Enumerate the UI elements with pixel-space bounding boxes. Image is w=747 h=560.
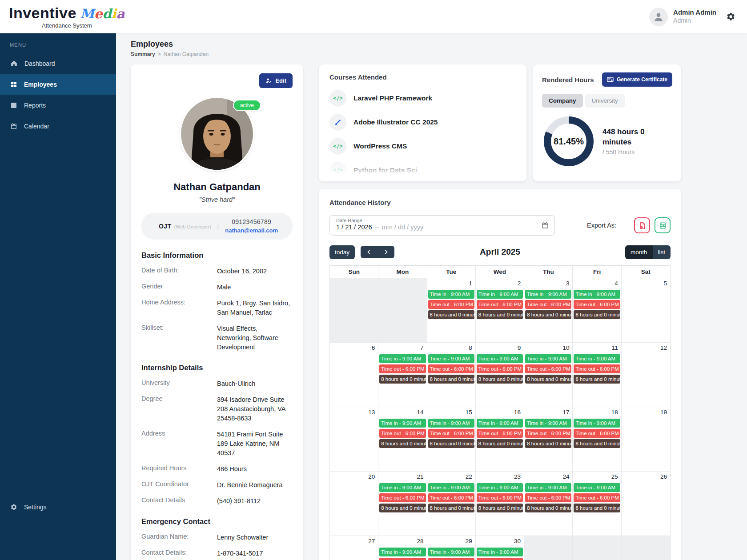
calendar-event[interactable]: Time out - 6:00 PM — [477, 493, 523, 502]
calendar-event[interactable]: Time in - 9:00 AM — [477, 419, 523, 428]
calendar-day-cell[interactable]: 5 — [622, 278, 670, 342]
calendar-event[interactable]: Time in - 9:00 AM — [428, 548, 474, 556]
calendar-event[interactable]: Time in - 9:00 AM — [525, 290, 571, 299]
tab-university[interactable]: University — [585, 94, 625, 108]
calendar-event[interactable]: Time out - 6:00 PM — [428, 493, 474, 502]
calendar-event[interactable]: Time out - 6:00 PM — [525, 364, 571, 373]
sidebar-item-employees[interactable]: Employees — [0, 74, 116, 95]
email-link[interactable]: nathan@email.com — [225, 227, 278, 235]
calendar-day-cell[interactable]: 10Time in - 9:00 AMTime out - 6:00 PM8 h… — [524, 342, 573, 407]
calendar-day-cell[interactable]: 18Time in - 9:00 AMTime out - 6:00 PM8 h… — [573, 407, 621, 471]
next-month-button[interactable] — [378, 246, 394, 258]
calendar-event[interactable]: Time in - 9:00 AM — [477, 548, 523, 556]
calendar-day-cell[interactable]: 26 — [622, 471, 670, 536]
calendar-day-cell[interactable]: 15Time in - 9:00 AMTime out - 6:00 PM8 h… — [427, 407, 476, 471]
calendar-day-cell[interactable]: 8Time in - 9:00 AMTime out - 6:00 PM8 ho… — [427, 342, 476, 407]
calendar-day-cell[interactable] — [378, 278, 427, 342]
export-excel-button[interactable] — [655, 217, 671, 233]
calendar-event[interactable]: Time out - 6:00 PM — [574, 300, 620, 309]
calendar-day-cell[interactable] — [330, 278, 378, 342]
calendar-day-cell[interactable]: 6 — [330, 342, 378, 407]
export-pdf-button[interactable] — [634, 217, 650, 233]
settings-gear-icon[interactable] — [726, 12, 735, 21]
calendar-event[interactable]: Time in - 9:00 AM — [379, 548, 426, 556]
calendar-day-cell[interactable]: 20 — [330, 471, 378, 536]
calendar-event[interactable]: Time in - 9:00 AM — [379, 419, 426, 428]
calendar-event[interactable]: Time out - 6:00 PM — [574, 364, 620, 373]
month-view-button[interactable]: month — [625, 245, 653, 259]
calendar-event[interactable]: Time in - 9:00 AM — [428, 354, 474, 363]
date-range-input[interactable]: Date Range 1 / 21 / 2026 – mm / dd / yyy… — [329, 215, 555, 236]
calendar-event[interactable]: Time out - 6:00 PM — [525, 429, 571, 438]
today-button[interactable]: today — [329, 245, 355, 259]
calendar-event[interactable]: 8 hours and 0 minutes — [525, 310, 571, 319]
calendar-event[interactable]: Time out - 6:00 PM — [428, 364, 474, 373]
calendar-day-cell[interactable]: 23Time in - 9:00 AMTime out - 6:00 PM8 h… — [476, 471, 524, 536]
calendar-day-cell[interactable]: 30Time in - 9:00 AMTime out - 6:00 PM8 h… — [476, 536, 524, 560]
calendar-day-cell[interactable]: 27 — [330, 536, 378, 560]
calendar-event[interactable]: Time out - 6:00 PM — [428, 429, 474, 438]
calendar-event[interactable]: 8 hours and 0 minutes — [428, 504, 474, 512]
calendar-event[interactable]: Time out - 6:00 PM — [379, 364, 426, 373]
calendar-event[interactable]: Time in - 9:00 AM — [477, 354, 523, 363]
calendar-event[interactable]: 8 hours and 0 minutes — [574, 310, 620, 319]
calendar-event[interactable]: Time in - 9:00 AM — [525, 419, 571, 428]
calendar-event[interactable]: 8 hours and 0 minutes — [477, 504, 523, 512]
calendar-event[interactable]: Time in - 9:00 AM — [525, 354, 571, 363]
calendar-day-cell[interactable]: 19 — [622, 407, 670, 471]
calendar-day-cell[interactable]: 29Time in - 9:00 AMTime out - 6:00 PM8 h… — [427, 536, 476, 560]
calendar-event[interactable]: Time out - 6:00 PM — [477, 558, 523, 560]
calendar-day-cell[interactable]: 21Time in - 9:00 AMTime out - 6:00 PM8 h… — [378, 471, 427, 536]
calendar-event[interactable]: Time out - 6:00 PM — [574, 429, 620, 438]
sidebar-item-dashboard[interactable]: Dashboard — [0, 53, 116, 74]
calendar-day-cell[interactable]: 7Time in - 9:00 AMTime out - 6:00 PM8 ho… — [378, 342, 427, 407]
calendar-event[interactable]: Time in - 9:00 AM — [379, 483, 426, 492]
calendar-day-cell[interactable]: 14Time in - 9:00 AMTime out - 6:00 PM8 h… — [378, 407, 427, 471]
calendar-event[interactable]: Time out - 6:00 PM — [477, 364, 523, 373]
calendar-event[interactable]: Time out - 6:00 PM — [428, 300, 474, 309]
calendar-event[interactable]: Time out - 6:00 PM — [428, 558, 474, 560]
calendar-day-cell[interactable]: 24Time in - 9:00 AMTime out - 6:00 PM8 h… — [524, 471, 573, 536]
calendar-input-icon[interactable] — [541, 221, 549, 231]
calendar-event[interactable]: Time out - 6:00 PM — [379, 558, 426, 560]
calendar-day-cell[interactable]: 22Time in - 9:00 AMTime out - 6:00 PM8 h… — [427, 471, 476, 536]
list-view-button[interactable]: list — [653, 245, 671, 259]
calendar-event[interactable]: 8 hours and 0 minutes — [525, 439, 571, 448]
calendar-event[interactable]: 8 hours and 0 minutes — [477, 375, 523, 384]
calendar-event[interactable]: 8 hours and 0 minutes — [574, 439, 620, 448]
calendar-event[interactable]: Time out - 6:00 PM — [379, 429, 426, 438]
calendar-event[interactable]: Time in - 9:00 AM — [428, 419, 474, 428]
calendar-event[interactable]: 8 hours and 0 minutes — [379, 439, 426, 448]
calendar-event[interactable]: 8 hours and 0 minutes — [477, 439, 523, 448]
calendar-day-cell[interactable]: 13 — [330, 407, 378, 471]
calendar-event[interactable]: Time out - 6:00 PM — [477, 300, 523, 309]
calendar-event[interactable]: Time out - 6:00 PM — [477, 429, 523, 438]
prev-month-button[interactable] — [361, 246, 378, 258]
calendar-event[interactable]: Time in - 9:00 AM — [574, 419, 620, 428]
calendar-day-cell[interactable]: 4Time in - 9:00 AMTime out - 6:00 PM8 ho… — [573, 278, 621, 342]
calendar-event[interactable]: Time out - 6:00 PM — [525, 493, 571, 502]
calendar-event[interactable]: 8 hours and 0 minutes — [379, 375, 426, 384]
calendar-day-cell[interactable]: 3Time in - 9:00 AMTime out - 6:00 PM8 ho… — [524, 278, 573, 342]
calendar-event[interactable]: Time out - 6:00 PM — [574, 493, 620, 502]
calendar-day-cell[interactable]: 11Time in - 9:00 AMTime out - 6:00 PM8 h… — [573, 342, 621, 407]
calendar-day-cell[interactable]: 1Time in - 9:00 AMTime out - 6:00 PM8 ho… — [427, 278, 476, 342]
calendar-event[interactable]: 8 hours and 0 minutes — [428, 310, 474, 319]
edit-button[interactable]: Edit — [259, 73, 293, 88]
sidebar-item-calendar[interactable]: Calendar — [0, 116, 116, 136]
calendar-event[interactable]: Time in - 9:00 AM — [477, 290, 523, 299]
calendar-day-cell[interactable] — [622, 536, 670, 560]
calendar-day-cell[interactable]: 17Time in - 9:00 AMTime out - 6:00 PM8 h… — [524, 407, 573, 471]
calendar-event[interactable]: 8 hours and 0 minutes — [428, 375, 474, 384]
calendar-event[interactable]: 8 hours and 0 minutes — [574, 375, 620, 384]
calendar-day-cell[interactable]: 28Time in - 9:00 AMTime out - 6:00 PM8 h… — [378, 536, 427, 560]
generate-certificate-button[interactable]: Generate Certificate — [602, 72, 672, 87]
calendar-day-cell[interactable]: 2Time in - 9:00 AMTime out - 6:00 PM8 ho… — [476, 278, 524, 342]
sidebar-item-reports[interactable]: Reports — [0, 95, 116, 116]
calendar-event[interactable]: 8 hours and 0 minutes — [574, 504, 620, 512]
calendar-day-cell[interactable]: 9Time in - 9:00 AMTime out - 6:00 PM8 ho… — [476, 342, 524, 407]
calendar-event[interactable]: Time in - 9:00 AM — [428, 290, 474, 299]
calendar-event[interactable]: Time in - 9:00 AM — [525, 483, 571, 492]
calendar-event[interactable]: Time in - 9:00 AM — [574, 354, 620, 363]
calendar-day-cell[interactable] — [524, 536, 573, 560]
